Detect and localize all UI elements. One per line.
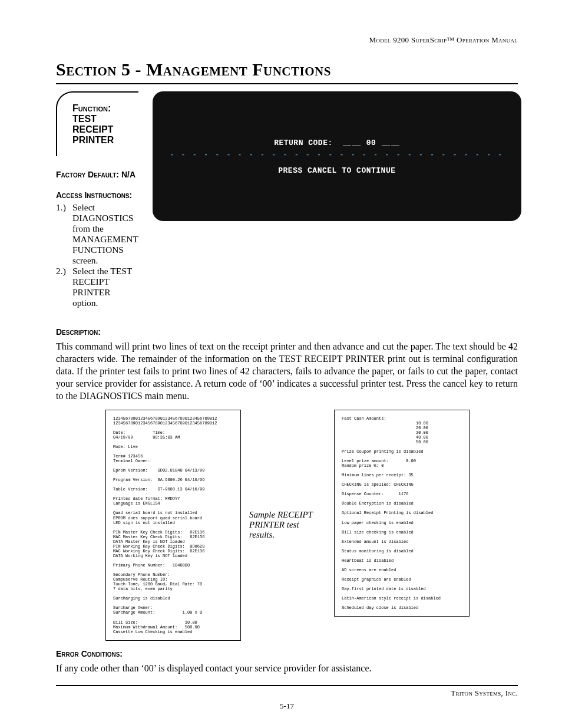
description-label: Description: [56, 327, 518, 337]
error-conditions-label: Error Conditions: [56, 649, 518, 658]
step-text: Select DIAGNOSTICS from the MANAGEMENT F… [72, 202, 138, 266]
function-box: Function: TEST RECEIPT PRINTER [56, 91, 138, 156]
terminal-screen: RETURN CODE: 00 - - - - - - - - - - - - … [153, 91, 521, 221]
running-head: Model 9200 SuperScrip™ Operation Manual [56, 35, 518, 45]
factory-default-value: N/A [121, 170, 135, 179]
access-instructions-label: Access Instructions: [56, 190, 138, 200]
return-code-label: RETURN CODE: [274, 139, 333, 147]
footer-rule [56, 685, 518, 686]
step-text: Select the TEST RECEIPT PRINTER option. [72, 266, 138, 308]
function-label-prefix: Function: [72, 103, 111, 113]
page-number: 5-17 [56, 701, 518, 711]
section-title: Section 5 - Management Functions [56, 60, 518, 80]
receipt-right: Fast Cash Amounts: 10.00 20.00 30.00 40.… [334, 410, 470, 617]
error-conditions-text: If any code other than ‘00’ is displayed… [56, 662, 518, 674]
factory-default-label: Factory Default: [56, 170, 121, 179]
function-label-value: TEST RECEIPT PRINTER [72, 114, 114, 145]
step-number: 1.) [56, 202, 72, 266]
footer-company: Triton Systems, Inc. [56, 689, 518, 698]
return-code-row: RETURN CODE: 00 [170, 139, 504, 147]
title-rule [56, 83, 518, 84]
step-number: 2.) [56, 266, 72, 308]
sample-caption: Sample RECEIPT PRINTER test results. [249, 510, 326, 540]
access-instructions-list: 1.) Select DIAGNOSTICS from the MANAGEME… [56, 202, 138, 308]
receipt-left: 1234567890123456789012345678901234567890… [105, 410, 241, 641]
divider-dots: - - - - - - - - - - - - - - - - - - - - … [170, 151, 504, 158]
description-text: This command will print two lines of tex… [56, 340, 518, 403]
sample-receipts-row: 1234567890123456789012345678901234567890… [56, 410, 518, 641]
return-code-value: 00 [366, 139, 376, 147]
press-cancel-text: PRESS CANCEL TO CONTINUE [170, 166, 504, 175]
